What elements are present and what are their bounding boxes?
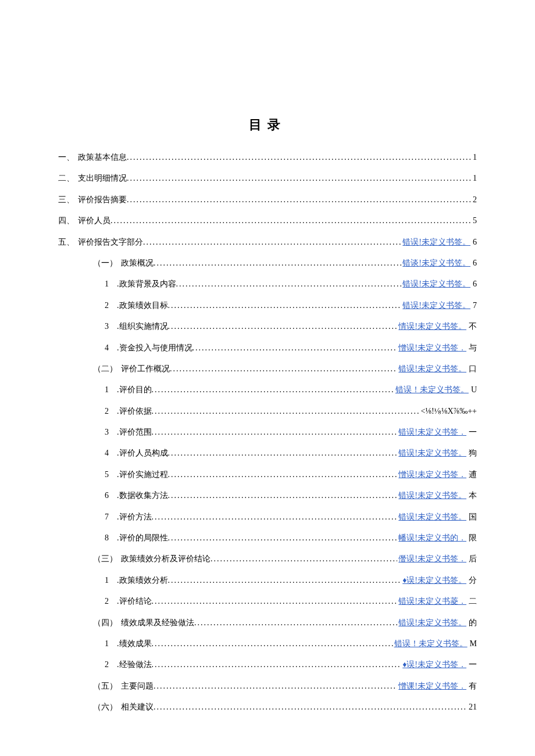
- toc-leader-dots: ........................................…: [127, 151, 472, 164]
- toc-leader-dots: ........................................…: [152, 511, 398, 524]
- toc-entry-text: 评价报告摘要: [78, 194, 127, 206]
- toc-bookmark-error-link[interactable]: 错谈!未定义书笠。: [402, 257, 470, 270]
- toc-entry: 五、评价报告文字部分..............................…: [58, 236, 477, 249]
- toc-leader-dots: ........................................…: [127, 194, 472, 206]
- toc-leader-dots: ........................................…: [152, 595, 398, 608]
- toc-page-number: 一: [469, 658, 477, 671]
- toc-entry: 1.政策背景及内容 ..............................…: [58, 278, 477, 291]
- toc-page-number: 与: [469, 342, 477, 354]
- toc-page-number: 后: [469, 553, 477, 565]
- toc-entry-number: 4: [105, 447, 109, 460]
- toc-entry-text: .数据收集方法: [117, 489, 168, 502]
- toc-entry-text: .资金投入与使用情况: [117, 342, 192, 354]
- toc-entry-text: 支出明细情况: [78, 172, 127, 185]
- toc-bookmark-error-link[interactable]: 憎误!未定义书签．: [398, 468, 466, 481]
- toc-entry-number: 2: [105, 658, 109, 671]
- toc-bookmark-error-link[interactable]: 错误!未定义书签．: [398, 426, 466, 439]
- toc-bookmark-error-link[interactable]: 憎误!未定义书签．: [398, 342, 466, 354]
- toc-entry-text: .评价范围: [117, 426, 152, 439]
- toc-bookmark-error-link[interactable]: 错误！未定义书签。: [395, 384, 469, 396]
- toc-entry-text: .政策背景及内容: [117, 278, 176, 291]
- toc-entry-text: .评价依据: [117, 405, 152, 418]
- toc-entry: 二、支出明细情况................................…: [58, 172, 477, 185]
- toc-leader-dots: ........................................…: [143, 236, 401, 249]
- toc-bookmark-error-link[interactable]: 错误!未定义书签。: [398, 489, 466, 502]
- toc-leader-dots: ........................................…: [194, 617, 397, 629]
- toc-page-number: 的: [469, 617, 477, 629]
- toc-bookmark-error-link[interactable]: 憎课!未定义书签．: [398, 680, 466, 693]
- toc-leader-dots: ........................................…: [168, 299, 402, 312]
- toc-leader-dots: ........................................…: [127, 172, 472, 185]
- toc-page-number: 本: [469, 489, 477, 502]
- toc-bookmark-error-link[interactable]: 幡误!未定义书的．: [398, 532, 466, 544]
- toc-entry-number: 四、: [58, 214, 74, 227]
- toc-page-number: U: [471, 384, 477, 396]
- toc-leader-dots: ........................................…: [152, 405, 420, 418]
- toc-page-number: M: [470, 637, 477, 650]
- toc-page-number: 狗: [469, 447, 477, 460]
- toc-page-number: 一: [469, 426, 477, 439]
- toc-entry: 2.经验做法..................................…: [58, 658, 477, 671]
- toc-entry: 3.组织实施情况................................…: [58, 320, 477, 333]
- toc-entry: 2.评价依据 .................................…: [58, 405, 477, 418]
- document-page: 目录 一、政策基本信息.............................…: [0, 0, 535, 756]
- toc-entry: 4.评价人员构成................................…: [58, 447, 477, 460]
- toc-entry: 三、评价报告摘要................................…: [58, 194, 477, 206]
- toc-bookmark-error-link[interactable]: ♦误!未定义书签．: [402, 658, 466, 671]
- toc-leader-dots: ........................................…: [154, 680, 397, 693]
- toc-bookmark-error-link[interactable]: 错误!未定义书签。: [402, 278, 470, 291]
- toc-entry-number: 1: [105, 278, 109, 291]
- toc-leader-dots: ........................................…: [152, 658, 402, 671]
- toc-leader-dots: ........................................…: [168, 320, 398, 333]
- toc-bookmark-error-link[interactable]: 错误!未定义书签。: [398, 617, 466, 629]
- toc-leader-dots: ........................................…: [192, 342, 398, 354]
- toc-page-number: 国: [469, 511, 477, 524]
- toc-bookmark-error-link[interactable]: 错误！未定义书签。: [394, 637, 468, 650]
- toc-entry-number: 4: [105, 342, 109, 354]
- toc-entry: 2.评价结论..................................…: [58, 595, 477, 608]
- toc-entry: 1.评价目的 .................................…: [58, 384, 477, 396]
- toc-bookmark-error-link[interactable]: ♦误!未定义书签。: [402, 574, 466, 587]
- toc-entry-text: 主要问题: [121, 680, 154, 693]
- toc-entry-number: 1: [105, 574, 109, 587]
- toc-leader-dots: ........................................…: [168, 532, 398, 544]
- toc-entry-number: （三）: [93, 553, 117, 565]
- toc-entry-text: .评价人员构成: [117, 447, 168, 460]
- toc-entry-number: 五、: [58, 236, 74, 249]
- toc-entry: 1.绩效成果 .................................…: [58, 637, 477, 650]
- toc-page-number: 有: [469, 680, 477, 693]
- toc-entry-number: 一、: [58, 151, 74, 164]
- toc-entry-number: （一）: [93, 257, 117, 270]
- toc-entry-text: 政策概况: [121, 257, 154, 270]
- toc-page-number: 6: [473, 278, 477, 291]
- toc-entry: （二）评价工作概况...............................…: [58, 363, 477, 375]
- toc-leader-dots: ........................................…: [168, 489, 398, 502]
- toc-bookmark-error-link[interactable]: 错误!未定义书签。: [398, 363, 466, 375]
- toc-bookmark-error-link[interactable]: 错误!未定义书菱．: [398, 595, 466, 608]
- toc-entry-text: .评价的局限性: [117, 532, 168, 544]
- toc-entry-number: 二、: [58, 172, 74, 185]
- toc-page-number: 二: [469, 595, 477, 608]
- toc-bookmark-error-link[interactable]: 错误!未定义书签。: [398, 447, 466, 460]
- toc-entry-number: 5: [105, 468, 109, 481]
- toc-entry-text: 评价人员: [78, 214, 110, 227]
- toc-entry: 1.政策绩效分析................................…: [58, 574, 477, 587]
- toc-entry-number: 2: [105, 405, 109, 418]
- toc-bookmark-error-link[interactable]: 僭误!未定义书签．: [398, 553, 466, 565]
- toc-bookmark-error-link[interactable]: 错误!未定义书签。: [398, 511, 466, 524]
- toc-entry-text: .评价实施过程: [117, 468, 168, 481]
- toc-entry: 一、政策基本信息................................…: [58, 151, 477, 164]
- toc-container: 一、政策基本信息................................…: [58, 151, 477, 714]
- toc-entry-number: 1: [105, 637, 109, 650]
- toc-bookmark-error-link[interactable]: 错误!未定义书签。: [402, 236, 470, 249]
- toc-page-number: <⅛!¹⁄₈⅛X⅞‰++: [421, 405, 477, 418]
- toc-bookmark-error-link[interactable]: 情误!未定义书签。: [398, 320, 466, 333]
- toc-entry-number: （六）: [93, 701, 117, 714]
- toc-bookmark-error-link[interactable]: 错误!未定义书签。: [402, 299, 470, 312]
- toc-entry-number: 3: [105, 426, 109, 439]
- toc-entry: （六）相关建议.................................…: [58, 701, 477, 714]
- toc-entry-number: （二）: [93, 363, 117, 375]
- toc-page-number: 不: [469, 320, 477, 333]
- toc-page-number: 7: [473, 299, 477, 312]
- toc-entry: （一）政策概况.................................…: [58, 257, 477, 270]
